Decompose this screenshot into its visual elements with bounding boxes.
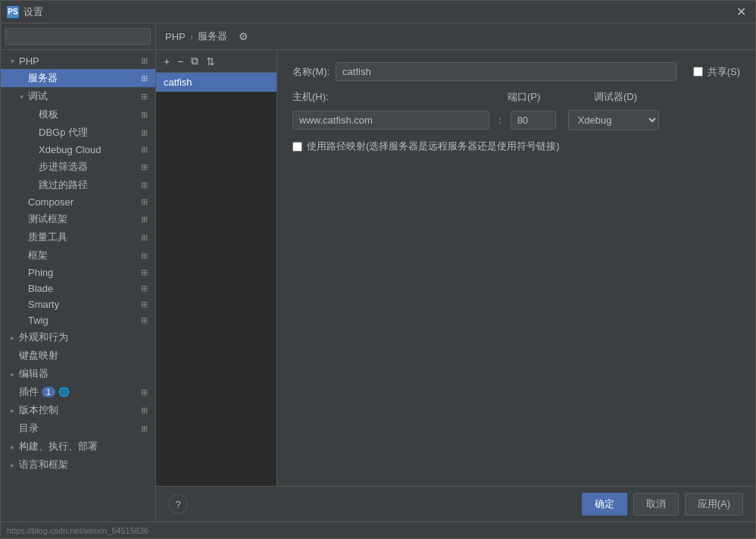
- expand-icon: ▸: [7, 441, 17, 452]
- gear-icon: ⊞: [139, 56, 149, 67]
- gear-icon: ⊞: [139, 299, 149, 310]
- port-label: 端口(P): [508, 90, 545, 104]
- gear-icon: ⊞: [139, 127, 149, 138]
- remove-server-btn[interactable]: −: [174, 54, 186, 69]
- gear-icon: ⊞: [139, 91, 149, 102]
- status-bar: https://blog.csdn.net/weixin_54515836: [1, 522, 755, 538]
- sidebar-item-composer[interactable]: Composer ⊞: [1, 194, 155, 210]
- path-mapping-checkbox[interactable]: [292, 142, 302, 152]
- copy-server-btn[interactable]: ⧉: [188, 53, 201, 69]
- spacer-icon: [27, 109, 37, 120]
- sidebar: ▾ PHP ⊞ 服务器 ⊞ ▾ 调试 ⊞: [1, 24, 156, 522]
- move-server-btn[interactable]: ⇅: [203, 54, 218, 69]
- sidebar-item-langfw[interactable]: ▸ 语言和框架: [1, 456, 155, 474]
- spacer-icon: [7, 387, 17, 397]
- sidebar-item-label: 目录: [19, 421, 39, 435]
- host-input[interactable]: [292, 111, 489, 130]
- expand-icon: ▸: [7, 459, 17, 470]
- sidebar-item-quality[interactable]: 质量工具 ⊞: [1, 228, 155, 246]
- spacer-icon: [16, 73, 27, 83]
- lang-icon: 🌐: [58, 387, 70, 397]
- server-toolbar: + − ⧉ ⇅: [156, 50, 276, 73]
- sidebar-item-twig[interactable]: Twig ⊞: [1, 312, 155, 328]
- share-checkbox[interactable]: [693, 67, 703, 77]
- sidebar-item-vcs[interactable]: ▸ 版本控制 ⊞: [1, 401, 155, 419]
- sidebar-item-plugins[interactable]: 插件 1 🌐 ⊞: [1, 383, 155, 401]
- sidebar-item-label: 跳过的路径: [39, 178, 88, 192]
- gear-icon: ⊞: [139, 197, 149, 208]
- ok-button[interactable]: 确定: [582, 493, 627, 515]
- sidebar-item-label: Xdebug Cloud: [39, 144, 101, 155]
- sidebar-item-label: 测试框架: [28, 212, 67, 226]
- gear-icon: ⊞: [139, 284, 149, 294]
- expand-icon: ▸: [7, 405, 17, 415]
- sidebar-item-templates[interactable]: 模板 ⊞: [1, 105, 155, 124]
- sidebar-item-editor[interactable]: ▸ 编辑器: [1, 365, 155, 383]
- server-list-area: + − ⧉ ⇅ catfish: [156, 50, 277, 486]
- help-button[interactable]: ?: [168, 494, 188, 514]
- add-server-btn[interactable]: +: [161, 54, 173, 69]
- server-list-item[interactable]: catfish: [156, 73, 276, 92]
- status-url: https://blog.csdn.net/weixin_54515836: [7, 526, 148, 535]
- apply-button[interactable]: 应用(A): [685, 493, 743, 515]
- gear-icon: ⊞: [139, 145, 149, 155]
- breadcrumb-settings-btn[interactable]: ⚙: [236, 30, 251, 43]
- sidebar-item-skippath[interactable]: 跳过的路径 ⊞: [1, 176, 155, 194]
- sidebar-item-appearance[interactable]: ▸ 外观和行为: [1, 328, 155, 346]
- sidebar-item-debug[interactable]: ▾ 调试 ⊞: [1, 87, 155, 105]
- breadcrumb-actions: ⚙: [236, 30, 251, 43]
- spacer-icon: [7, 350, 17, 361]
- host-label-row: 主机(H): 端口(P) 调试器(D): [292, 90, 740, 104]
- expand-icon: ▾: [7, 56, 17, 67]
- sidebar-item-dbgp[interactable]: DBGp 代理 ⊞: [1, 124, 155, 142]
- host-label: 主机(H):: [292, 90, 338, 104]
- spacer-icon: [16, 250, 27, 261]
- bottom-bar: ? 确定 取消 应用(A): [156, 486, 755, 522]
- spacer-icon: [16, 232, 27, 243]
- detail-area: 名称(M): 共享(S) 主机(H): 端口(P): [277, 50, 755, 486]
- sidebar-item-phing[interactable]: Phing ⊞: [1, 265, 155, 280]
- sidebar-item-label: PHP: [19, 55, 39, 67]
- sidebar-item-label: Composer: [28, 196, 73, 208]
- gear-icon: ⊞: [139, 109, 149, 120]
- sidebar-item-blade[interactable]: Blade ⊞: [1, 280, 155, 296]
- sidebar-item-servers[interactable]: 服务器 ⊞: [1, 69, 155, 87]
- expand-icon: ▸: [7, 368, 17, 379]
- breadcrumb-php: PHP: [165, 31, 186, 42]
- gear-icon: ⊞: [139, 315, 149, 326]
- content-area: ▾ PHP ⊞ 服务器 ⊞ ▾ 调试 ⊞: [1, 24, 755, 522]
- sidebar-item-label: 质量工具: [28, 230, 67, 244]
- host-input-row: : Xdebug Zend Debugger: [292, 110, 740, 130]
- sidebar-item-framework[interactable]: 框架 ⊞: [1, 246, 155, 265]
- sidebar-item-label: 模板: [39, 108, 58, 121]
- sidebar-item-php[interactable]: ▾ PHP ⊞: [1, 53, 155, 69]
- sidebar-item-testfw[interactable]: 测试框架 ⊞: [1, 210, 155, 228]
- sidebar-item-stepper[interactable]: 步进筛选器 ⊞: [1, 158, 155, 176]
- dialog-title: 设置: [23, 5, 43, 19]
- gear-icon: ⊞: [139, 250, 149, 261]
- sidebar-item-xdebugcloud[interactable]: Xdebug Cloud ⊞: [1, 142, 155, 158]
- sidebar-item-smarty[interactable]: Smarty ⊞: [1, 296, 155, 312]
- name-row: 名称(M): 共享(S): [292, 62, 740, 81]
- share-checkbox-row: 共享(S): [693, 65, 740, 79]
- spacer-icon: [27, 145, 37, 155]
- search-input[interactable]: [5, 28, 151, 45]
- sidebar-item-label: Phing: [28, 267, 53, 278]
- sidebar-item-label: 插件: [19, 385, 39, 399]
- plugin-badge: 1: [42, 387, 55, 397]
- cancel-button[interactable]: 取消: [633, 493, 679, 515]
- sidebar-item-label: 编辑器: [19, 367, 48, 381]
- gear-icon: ⊞: [139, 423, 149, 434]
- name-input[interactable]: [336, 62, 676, 81]
- sidebar-item-label: DBGp 代理: [39, 126, 88, 139]
- debugger-select[interactable]: Xdebug Zend Debugger: [568, 110, 659, 130]
- sidebar-item-dirs[interactable]: 目录 ⊞: [1, 419, 155, 437]
- close-button[interactable]: ✕: [733, 5, 749, 20]
- spacer-icon: [27, 180, 37, 190]
- sidebar-item-build[interactable]: ▸ 构建、执行、部署: [1, 437, 155, 456]
- sidebar-item-keymaps[interactable]: 键盘映射: [1, 346, 155, 365]
- gear-icon: ⊞: [139, 73, 149, 83]
- server-list: catfish: [156, 73, 276, 486]
- share-label: 共享(S): [708, 65, 740, 79]
- port-input[interactable]: [511, 111, 556, 130]
